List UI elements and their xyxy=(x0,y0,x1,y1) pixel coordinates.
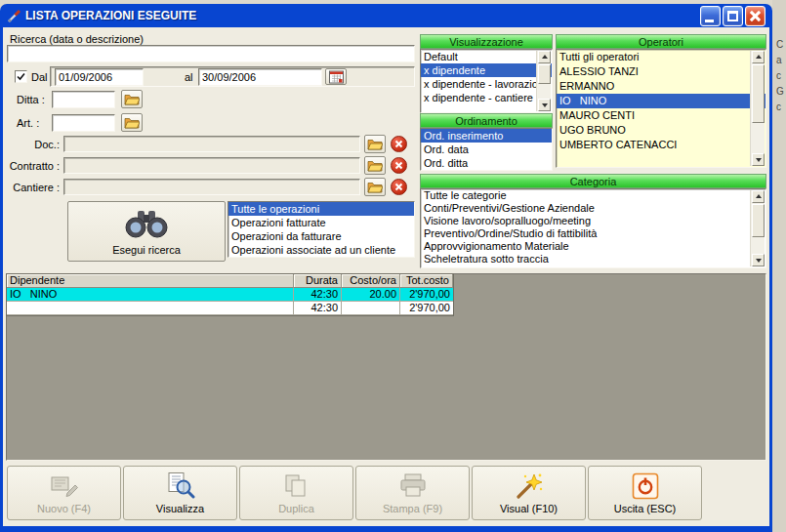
nuovo-button[interactable]: Nuovo (F4) xyxy=(7,466,121,520)
cantiere-label: Cantiere : xyxy=(5,182,60,194)
operatori-item[interactable]: UMBERTO CATENACCI xyxy=(557,138,765,152)
minimize-button[interactable] xyxy=(700,6,721,26)
operatori-item[interactable]: UGO BRUNO xyxy=(557,123,765,138)
power-exit-icon xyxy=(632,471,659,501)
scroll-up-button[interactable] xyxy=(538,51,551,63)
ditta-folder-button[interactable] xyxy=(121,90,143,108)
background-letter: c xyxy=(776,102,781,112)
categoria-item[interactable]: Visione lavoro/sopralluogo/meeting xyxy=(421,215,765,227)
visualizzazione-item[interactable]: x dipendente - cantiere xyxy=(421,91,552,104)
contratto-label: Contratto : xyxy=(5,160,60,173)
scrollbar[interactable] xyxy=(536,51,551,111)
stampa-button[interactable]: Stampa (F9) xyxy=(355,466,470,520)
scrollbar-thumb[interactable] xyxy=(752,64,765,123)
categoria-item[interactable]: Tutte le categorie xyxy=(421,189,765,202)
duplicate-pages-icon xyxy=(283,471,310,501)
scroll-down-button[interactable] xyxy=(752,254,765,266)
cell-tot-costo: 2'970,00 xyxy=(400,288,453,302)
folder-icon xyxy=(367,181,383,193)
maximize-button[interactable] xyxy=(723,6,743,26)
date-to-input[interactable] xyxy=(198,68,322,86)
categoria-item[interactable]: Approvvigionamento Materiale xyxy=(421,240,765,253)
contratto-clear-button[interactable] xyxy=(391,157,407,174)
cantiere-clear-button[interactable] xyxy=(391,179,407,195)
visualizzazione-item[interactable]: Default xyxy=(421,50,552,63)
visualizzazione-header: Visualizzazione xyxy=(420,34,553,49)
ordinamento-header: Ordinamento xyxy=(420,113,553,128)
background-letter: c xyxy=(776,70,781,81)
visualizza-button-label: Visualizza xyxy=(156,503,204,514)
operation-filter-item[interactable]: Operazioni fatturate xyxy=(228,216,414,229)
operatori-item[interactable]: IO NINO xyxy=(557,94,765,108)
al-label: al xyxy=(185,71,193,84)
scroll-down-button[interactable] xyxy=(538,99,551,111)
uscita-button[interactable]: Uscita (ESC) xyxy=(588,466,702,520)
visualizzazione-list: Default x dipendente x dipendente - lavo… xyxy=(420,49,553,113)
operatori-item[interactable]: ERMANNO xyxy=(557,79,765,94)
cell-costo-ora xyxy=(342,302,400,315)
ordinamento-item[interactable]: Ord. inserimento xyxy=(421,129,552,143)
visual-button-label: Visual (F10) xyxy=(500,503,558,514)
scrollbar-thumb[interactable] xyxy=(752,204,765,237)
app-window: LISTA OPERAZIONI ESEGUITE Ricerca (data … xyxy=(0,4,772,532)
ordinamento-item[interactable]: Ord. ditta xyxy=(421,156,552,170)
nuovo-button-label: Nuovo (F4) xyxy=(37,503,91,514)
categoria-item[interactable]: Preventivo/Ordine/Studio di fattibilità xyxy=(421,227,765,240)
stampa-button-label: Stampa (F9) xyxy=(383,503,442,514)
scroll-up-button[interactable] xyxy=(752,190,765,203)
background-letter: G xyxy=(776,86,784,97)
date-from-input[interactable] xyxy=(55,68,144,86)
operation-filter-item[interactable]: Tutte le operazioni xyxy=(228,202,414,216)
categoria-item[interactable]: Conti/Preventivi/Gestione Aziendale xyxy=(421,202,765,215)
close-button[interactable] xyxy=(745,6,765,26)
doc-folder-button[interactable] xyxy=(364,135,386,153)
printer-icon xyxy=(398,471,428,501)
dal-checkbox[interactable] xyxy=(15,70,27,83)
main-content: Ricerca (data o descrizione) Dal al Ditt… xyxy=(3,27,769,526)
art-folder-button[interactable] xyxy=(121,113,143,132)
scroll-up-button[interactable] xyxy=(752,51,765,63)
contratto-field[interactable] xyxy=(63,157,360,174)
visualizza-button[interactable]: Visualizza xyxy=(123,466,237,520)
visual-button[interactable]: Visual (F10) xyxy=(472,466,586,520)
contratto-folder-button[interactable] xyxy=(364,156,386,175)
table-total-row: 42:30 2'970,00 xyxy=(7,302,453,315)
categoria-item[interactable]: Scheletratura sotto traccia xyxy=(421,253,765,266)
operatori-item[interactable]: ALESSIO TANZI xyxy=(557,64,765,79)
scrollbar[interactable] xyxy=(750,51,765,166)
ordinamento-list: Ord. inserimento Ord. data Ord. ditta xyxy=(420,128,553,171)
dal-label: Dal xyxy=(31,71,48,84)
background-letter: a xyxy=(776,55,782,65)
folder-icon xyxy=(367,159,383,172)
operatori-item[interactable]: MAURO CENTI xyxy=(557,108,765,123)
doc-field[interactable] xyxy=(63,136,360,152)
search-input[interactable] xyxy=(7,45,415,62)
scroll-down-button[interactable] xyxy=(752,153,765,166)
duplica-button[interactable]: Duplica xyxy=(239,466,353,520)
window-controls xyxy=(700,6,765,26)
visualizzazione-item[interactable]: x dipendente xyxy=(421,63,552,77)
calendar-button[interactable] xyxy=(325,68,347,85)
ditta-input[interactable] xyxy=(52,91,115,108)
table-row[interactable]: IO NINO 42:30 20.00 2'970,00 xyxy=(7,288,453,302)
operation-filter-item[interactable]: Operazioni associate ad un cliente xyxy=(228,243,414,257)
clear-x-icon xyxy=(394,183,403,191)
background-window-strip: C a c G c xyxy=(772,0,786,532)
duplica-button-label: Duplica xyxy=(278,503,314,514)
window-title: LISTA OPERAZIONI ESEGUITE xyxy=(25,9,696,22)
operatori-item[interactable]: Tutti gli operatori xyxy=(557,50,765,64)
scrollbar[interactable] xyxy=(750,190,765,266)
operation-filter-item[interactable]: Operazioni da fatturare xyxy=(228,229,414,243)
cantiere-field[interactable] xyxy=(63,179,360,195)
cantiere-folder-button[interactable] xyxy=(364,178,386,196)
doc-clear-button[interactable] xyxy=(391,136,407,152)
art-input[interactable] xyxy=(52,114,115,132)
visualizzazione-item[interactable]: x dipendente - lavorazio xyxy=(421,77,552,91)
operatori-list: Tutti gli operatori ALESSIO TANZI ERMANN… xyxy=(556,49,766,168)
magic-wand-icon xyxy=(515,471,544,501)
ordinamento-item[interactable]: Ord. data xyxy=(421,143,552,156)
results-table: Dipendente Durata Costo/ora Tot.costo IO… xyxy=(6,273,454,316)
cell-dipendente: IO NINO xyxy=(7,288,294,302)
scrollbar-thumb[interactable] xyxy=(538,64,551,84)
esegui-ricerca-button[interactable]: Esegui ricerca xyxy=(67,201,226,262)
